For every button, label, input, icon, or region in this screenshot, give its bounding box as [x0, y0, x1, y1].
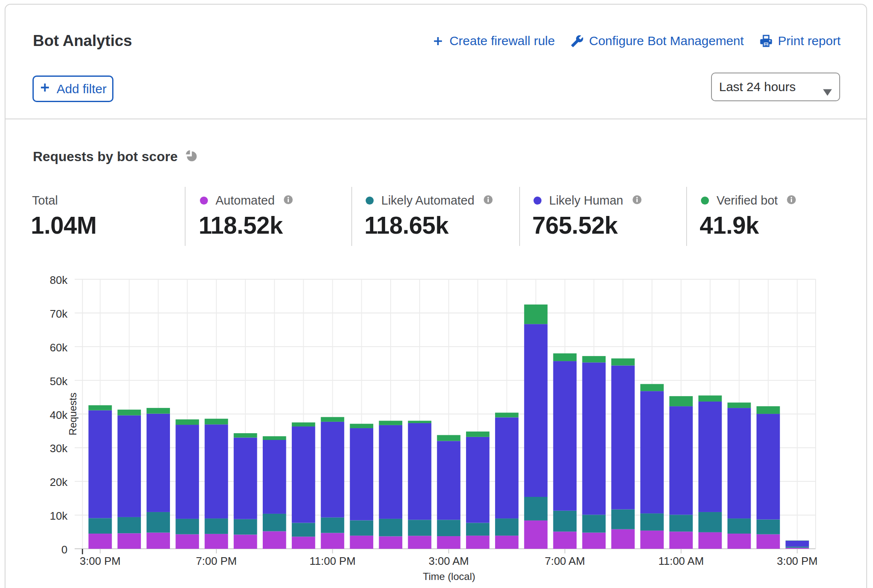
bar-segment-verified-bot[interactable]: [205, 419, 228, 425]
bar-segment-likely-human[interactable]: [89, 410, 112, 518]
bar-segment-verified-bot[interactable]: [89, 405, 112, 410]
bar-segment-likely-automated[interactable]: [553, 511, 577, 532]
bar-segment-likely-human[interactable]: [118, 415, 141, 517]
bar-segment-likely-automated[interactable]: [466, 523, 490, 536]
bar-segment-likely-automated[interactable]: [524, 497, 548, 521]
bar-segment-automated[interactable]: [437, 536, 461, 549]
bar-segment-likely-human[interactable]: [146, 414, 170, 512]
bar-segment-likely-automated[interactable]: [786, 547, 809, 548]
bar-segment-likely-human[interactable]: [350, 428, 374, 520]
bar-segment-likely-automated[interactable]: [640, 513, 664, 531]
bar-segment-automated[interactable]: [146, 533, 170, 549]
bar-segment-verified-bot[interactable]: [292, 422, 315, 426]
bar-segment-likely-human[interactable]: [321, 422, 345, 518]
bar-segment-likely-automated[interactable]: [669, 515, 693, 531]
bar-segment-likely-human[interactable]: [582, 362, 606, 515]
bar-segment-automated[interactable]: [757, 534, 780, 549]
bar-segment-verified-bot[interactable]: [408, 421, 431, 423]
bar-segment-automated[interactable]: [350, 536, 374, 549]
bar-segment-automated[interactable]: [698, 532, 722, 549]
bar-segment-verified-bot[interactable]: [234, 433, 257, 437]
bar-segment-likely-automated[interactable]: [408, 520, 431, 536]
bar-segment-automated[interactable]: [553, 531, 577, 549]
bar-segment-likely-human[interactable]: [757, 414, 780, 519]
bar-segment-automated[interactable]: [786, 548, 809, 549]
bar-segment-verified-bot[interactable]: [524, 305, 548, 324]
bar-segment-likely-automated[interactable]: [698, 512, 722, 532]
bar-segment-automated[interactable]: [379, 536, 402, 549]
bar-segment-likely-automated[interactable]: [611, 510, 635, 529]
bar-segment-verified-bot[interactable]: [437, 435, 461, 441]
bar-segment-likely-human[interactable]: [640, 391, 664, 513]
bar-segment-likely-human[interactable]: [379, 425, 402, 519]
bar-segment-verified-bot[interactable]: [379, 421, 402, 425]
bar-segment-verified-bot[interactable]: [698, 396, 722, 402]
bar-segment-automated[interactable]: [321, 533, 345, 549]
create-firewall-rule-link[interactable]: Create firewall rule: [432, 34, 555, 48]
bar-segment-automated[interactable]: [408, 536, 431, 549]
time-range-select[interactable]: Last 24 hours: [711, 73, 840, 101]
bar-segment-likely-automated[interactable]: [350, 521, 374, 536]
bar-segment-likely-automated[interactable]: [89, 518, 112, 534]
info-icon[interactable]: [787, 195, 796, 206]
bar-segment-verified-bot[interactable]: [118, 410, 141, 415]
bar-segment-likely-automated[interactable]: [263, 514, 286, 531]
bar-segment-automated[interactable]: [234, 534, 257, 549]
bar-segment-automated[interactable]: [495, 536, 519, 549]
bar-segment-likely-human[interactable]: [437, 441, 461, 520]
info-icon[interactable]: [632, 195, 642, 206]
bar-segment-likely-automated[interactable]: [118, 517, 141, 533]
bar-segment-likely-human[interactable]: [786, 541, 809, 547]
print-report-link[interactable]: Print report: [760, 34, 841, 48]
bar-segment-likely-automated[interactable]: [437, 520, 461, 536]
bar-segment-automated[interactable]: [640, 531, 664, 549]
add-filter-button[interactable]: Add filter: [32, 76, 113, 102]
bar-segment-verified-bot[interactable]: [582, 356, 606, 362]
bar-segment-automated[interactable]: [118, 533, 141, 549]
bar-segment-verified-bot[interactable]: [146, 408, 170, 414]
bar-segment-automated[interactable]: [582, 533, 606, 549]
bar-segment-likely-automated[interactable]: [146, 512, 170, 533]
bar-segment-likely-automated[interactable]: [728, 518, 751, 534]
bar-segment-verified-bot[interactable]: [175, 419, 199, 425]
info-icon[interactable]: [483, 195, 493, 206]
bar-segment-likely-human[interactable]: [205, 424, 228, 518]
bar-segment-likely-human[interactable]: [495, 417, 519, 518]
bar-segment-likely-human[interactable]: [698, 402, 722, 512]
bar-segment-likely-automated[interactable]: [379, 519, 402, 537]
bar-segment-likely-automated[interactable]: [234, 519, 257, 535]
bar-segment-likely-human[interactable]: [234, 437, 257, 519]
bar-segment-automated[interactable]: [205, 534, 228, 549]
bar-segment-likely-human[interactable]: [669, 406, 693, 515]
bar-segment-likely-human[interactable]: [292, 426, 315, 523]
bar-segment-automated[interactable]: [728, 534, 751, 549]
bar-segment-verified-bot[interactable]: [350, 424, 374, 428]
bar-segment-automated[interactable]: [263, 531, 286, 549]
bar-segment-automated[interactable]: [292, 537, 315, 549]
bar-segment-likely-automated[interactable]: [582, 515, 606, 532]
bar-segment-verified-bot[interactable]: [786, 540, 809, 541]
bar-segment-automated[interactable]: [611, 529, 635, 549]
bar-segment-likely-human[interactable]: [408, 423, 431, 520]
bar-segment-likely-automated[interactable]: [757, 520, 780, 534]
bar-segment-likely-automated[interactable]: [175, 519, 199, 534]
bar-segment-verified-bot[interactable]: [321, 417, 345, 422]
bar-segment-likely-human[interactable]: [263, 440, 286, 514]
bar-segment-verified-bot[interactable]: [466, 432, 490, 437]
bar-segment-verified-bot[interactable]: [553, 353, 577, 361]
bar-segment-automated[interactable]: [89, 534, 112, 549]
bar-segment-likely-human[interactable]: [553, 361, 577, 511]
bar-segment-verified-bot[interactable]: [669, 396, 693, 406]
bar-segment-verified-bot[interactable]: [611, 359, 635, 366]
bar-segment-likely-human[interactable]: [175, 425, 199, 519]
configure-bot-management-link[interactable]: Configure Bot Management: [571, 34, 744, 48]
bar-segment-likely-automated[interactable]: [205, 518, 228, 534]
bar-segment-automated[interactable]: [669, 531, 693, 549]
bar-segment-verified-bot[interactable]: [757, 406, 780, 414]
info-icon[interactable]: [283, 195, 293, 206]
bar-segment-likely-human[interactable]: [466, 437, 490, 523]
bar-segment-automated[interactable]: [524, 521, 548, 549]
bar-segment-likely-automated[interactable]: [321, 518, 345, 533]
bar-segment-likely-human[interactable]: [524, 324, 548, 497]
bar-segment-automated[interactable]: [466, 536, 490, 549]
